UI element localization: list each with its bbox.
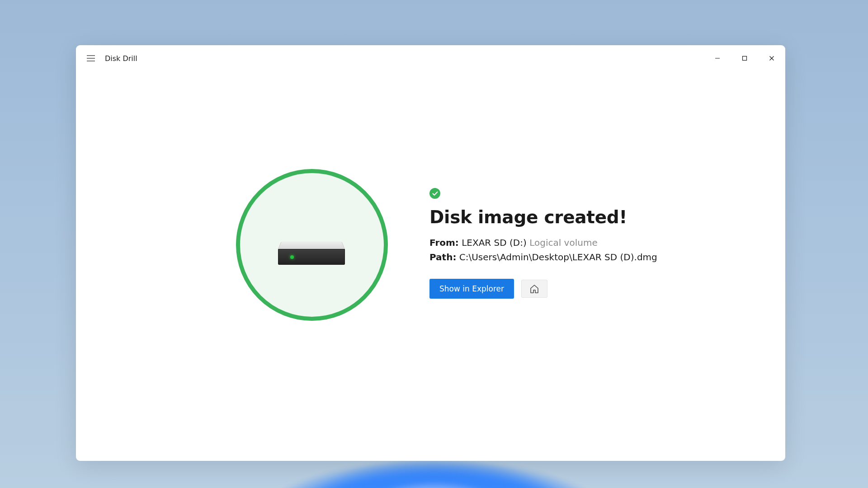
from-kind: Logical volume [529, 237, 598, 248]
result-info: Disk image created! From: LEXAR SD (D:) … [429, 169, 657, 299]
path-value: C:\Users\Admin\Desktop\LEXAR SD (D).dmg [459, 252, 657, 263]
disk-drive-icon [278, 235, 346, 265]
home-icon [529, 284, 539, 294]
close-icon [769, 56, 774, 61]
hamburger-icon [87, 55, 95, 61]
menu-button[interactable] [83, 51, 99, 66]
home-button[interactable] [521, 280, 547, 298]
show-in-explorer-button[interactable]: Show in Explorer [429, 279, 514, 299]
action-row: Show in Explorer [429, 279, 657, 299]
path-row: Path: C:\Users\Admin\Desktop\LEXAR SD (D… [429, 252, 657, 263]
app-title: Disk Drill [105, 54, 137, 63]
svg-rect-4 [743, 56, 747, 61]
content-area: Disk image created! From: LEXAR SD (D:) … [76, 71, 785, 461]
path-label: Path: [429, 252, 456, 263]
app-window: Disk Drill [76, 45, 785, 461]
close-button[interactable] [758, 45, 785, 71]
success-check-icon [429, 188, 440, 199]
minimize-icon [715, 56, 720, 61]
result-headline: Disk image created! [429, 207, 657, 227]
from-label: From: [429, 237, 459, 248]
minimize-button[interactable] [704, 45, 731, 71]
from-row: From: LEXAR SD (D:) Logical volume [429, 237, 657, 248]
success-graphic [236, 169, 388, 321]
titlebar: Disk Drill [76, 45, 785, 71]
window-controls [704, 45, 785, 71]
from-value: LEXAR SD (D:) [462, 237, 527, 248]
maximize-icon [742, 56, 747, 61]
maximize-button[interactable] [731, 45, 758, 71]
